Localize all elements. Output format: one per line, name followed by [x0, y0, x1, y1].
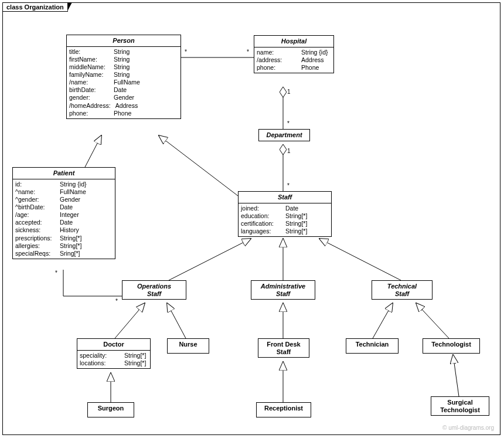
class-nurse-title: Nurse [168, 339, 209, 350]
class-technical-staff: Technical Staff [372, 280, 433, 300]
mult-hospital-dept-bottom: * [287, 120, 290, 127]
class-hospital-attrs: name:String {id}/address:Addressphone:Ph… [254, 47, 333, 73]
class-administrative-staff: Administrative Staff [251, 280, 315, 300]
class-staff: Staff joined:Dateeducation:String[*]cert… [238, 191, 332, 237]
watermark: © uml-diagrams.org [442, 425, 494, 431]
svg-line-5 [169, 239, 251, 280]
mult-person-hospital-right: * [247, 49, 249, 55]
class-nurse: Nurse [167, 338, 209, 354]
mult-patient-ops-left: * [55, 270, 57, 276]
class-technician: Technician [346, 338, 399, 354]
uml-frame: class Organization [2, 2, 500, 435]
class-surgical-technologist-title: Surgical Technologist [431, 397, 489, 415]
class-technologist-title: Technologist [423, 339, 479, 350]
frame-label: class Organization [6, 4, 64, 11]
class-doctor-title: Doctor [77, 339, 150, 351]
class-doctor-attrs: speciality:String[*]locations:String[*] [77, 351, 150, 368]
class-staff-title: Staff [239, 192, 331, 203]
class-technician-title: Technician [346, 339, 398, 350]
class-doctor: Doctor speciality:String[*]locations:Str… [77, 338, 151, 369]
mult-dept-staff-top: 1 [287, 148, 291, 154]
svg-line-4 [159, 135, 238, 196]
mult-patient-ops-right: * [115, 298, 118, 304]
mult-person-hospital-left: * [185, 49, 187, 55]
class-staff-attrs: joined:Dateeducation:String[*]certificat… [239, 203, 331, 237]
class-receptionist: Receptionist [256, 402, 311, 417]
class-person-title: Person [67, 35, 181, 47]
mult-dept-staff-bottom: * [287, 182, 290, 189]
svg-line-7 [319, 239, 401, 280]
svg-line-12 [416, 303, 449, 338]
class-patient: Patient id:String {id}^name:FullName^gen… [12, 167, 115, 259]
mult-hospital-dept-top: 1 [287, 89, 291, 95]
class-department: Department [258, 129, 310, 141]
class-operations-staff-title: Operations Staff [122, 281, 186, 299]
class-operations-staff: Operations Staff [122, 280, 186, 300]
class-person-attrs: title:StringfirstName:StringmiddleName:S… [67, 47, 181, 118]
class-front-desk-staff: Front Desk Staff [258, 338, 309, 358]
class-department-title: Department [259, 130, 309, 141]
class-surgeon: Surgeon [87, 402, 134, 417]
class-administrative-staff-title: Administrative Staff [251, 281, 315, 299]
svg-line-15 [453, 355, 459, 396]
class-hospital: Hospital name:String {id}/address:Addres… [254, 35, 334, 73]
svg-line-8 [115, 303, 145, 338]
class-front-desk-staff-title: Front Desk Staff [258, 339, 309, 357]
class-technologist: Technologist [423, 338, 480, 354]
class-technical-staff-title: Technical Staff [372, 281, 432, 299]
class-patient-title: Patient [13, 168, 115, 179]
class-receptionist-title: Receptionist [257, 403, 311, 414]
svg-line-11 [373, 303, 393, 338]
class-surgical-technologist: Surgical Technologist [431, 396, 489, 416]
frame-label-tab: class Organization [2, 2, 68, 12]
svg-line-3 [85, 135, 101, 167]
class-person: Person title:StringfirstName:Stringmiddl… [66, 35, 181, 119]
class-surgeon-title: Surgeon [88, 403, 134, 414]
class-patient-attrs: id:String {id}^name:FullName^gender:Gend… [13, 179, 115, 259]
class-hospital-title: Hospital [254, 36, 333, 47]
svg-line-9 [167, 303, 186, 338]
